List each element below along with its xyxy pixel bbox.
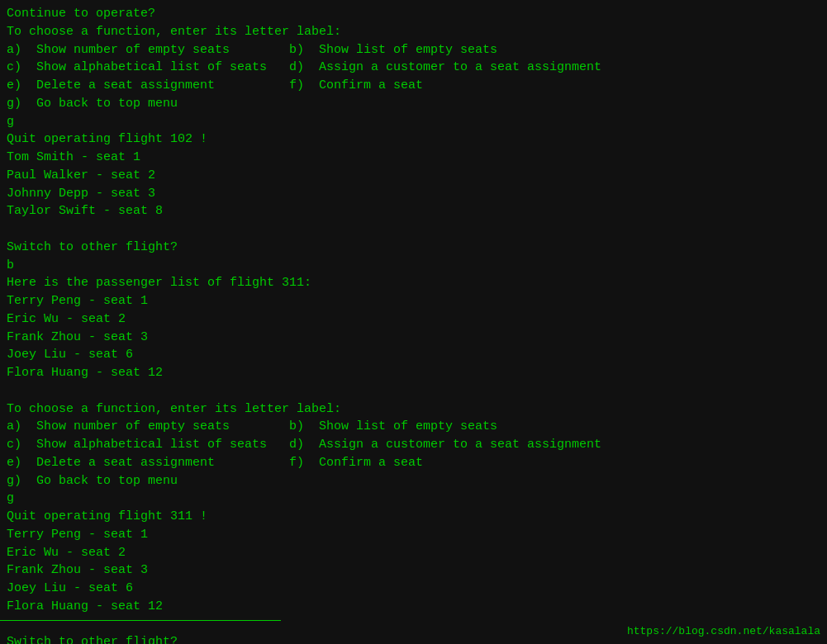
terminal-line: e) Delete a seat assignment f) Confirm a… (7, 77, 820, 95)
terminal-line: Terry Peng - seat 1 (7, 292, 820, 310)
terminal-line: Johnny Depp - seat 3 (7, 185, 820, 203)
terminal-line: Quit operating flight 102 ! (7, 130, 820, 149)
terminal-line: Flora Huang - seat 12 (7, 598, 820, 616)
terminal-line: c) Show alphabetical list of seats d) As… (7, 59, 820, 77)
watermark: https://blog.csdn.net/kasalala (627, 625, 820, 637)
terminal-line: g (7, 490, 820, 508)
terminal-line: c) Show alphabetical list of seats d) As… (7, 436, 820, 454)
terminal-line: Switch to other flight? (7, 239, 820, 257)
terminal-line: Frank Zhou - seat 3 (7, 329, 820, 347)
terminal-line: e) Delete a seat assignment f) Confirm a… (7, 454, 820, 472)
terminal-line: Eric Wu - seat 2 (7, 544, 820, 562)
terminal-line: Continue to operate? (7, 5, 820, 23)
bottom-divider (0, 620, 281, 621)
terminal-line (7, 382, 820, 400)
terminal-line: g) Go back to top menu (7, 95, 820, 113)
terminal-line: Here is the passenger list of flight 311… (7, 274, 820, 292)
terminal-line: g) Go back to top menu (7, 472, 820, 490)
terminal-line: Tom Smith - seat 1 (7, 149, 820, 167)
terminal-line: Terry Peng - seat 1 (7, 526, 820, 544)
terminal-line: Paul Walker - seat 2 (7, 167, 820, 185)
terminal-line: Quit operating flight 311 ! (7, 508, 820, 526)
terminal-line: Taylor Swift - seat 8 (7, 202, 820, 220)
terminal-line: b (7, 257, 820, 275)
terminal-line: Joey Liu - seat 6 (7, 580, 820, 598)
terminal-line: g (7, 113, 820, 131)
terminal-line: a) Show number of empty seats b) Show li… (7, 41, 820, 59)
terminal-line: To choose a function, enter its letter l… (7, 23, 820, 41)
terminal-line (7, 220, 820, 239)
terminal-line: Joey Liu - seat 6 (7, 346, 820, 364)
terminal-line: a) Show number of empty seats b) Show li… (7, 418, 820, 436)
terminal-line: Flora Huang - seat 12 (7, 364, 820, 382)
terminal-line: Frank Zhou - seat 3 (7, 561, 820, 580)
terminal-line: To choose a function, enter its letter l… (7, 400, 820, 419)
terminal-window: Continue to operate?To choose a function… (0, 0, 827, 644)
terminal-output: Continue to operate?To choose a function… (7, 5, 820, 644)
terminal-line: Eric Wu - seat 2 (7, 310, 820, 329)
